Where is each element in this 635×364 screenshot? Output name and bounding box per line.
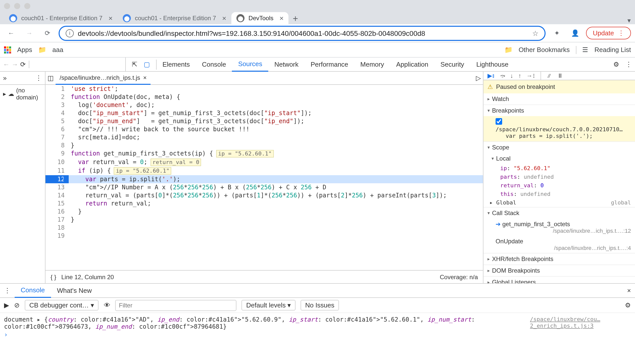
scope-section[interactable]: Scope <box>483 142 635 153</box>
step-icon[interactable]: →⫶ <box>526 72 535 79</box>
new-tab-button[interactable]: + <box>289 14 302 24</box>
breakpoints-section[interactable]: Breakpoints <box>483 105 635 116</box>
apps-link[interactable]: Apps <box>17 46 32 54</box>
browser-tab-2[interactable]: ⬤DevTools× <box>231 12 289 24</box>
nav-fwd[interactable]: → <box>12 61 18 68</box>
panel-tab-lighthouse[interactable]: Lighthouse <box>470 57 515 71</box>
folder-icon: 📁 <box>504 46 512 54</box>
more-icon[interactable]: ⋮ <box>0 287 15 294</box>
expand-icon[interactable]: » <box>3 74 7 82</box>
more-icon[interactable]: ⋮ <box>35 74 42 82</box>
panel-tab-elements[interactable]: Elements <box>156 57 196 71</box>
scope-local[interactable]: Local <box>490 153 635 164</box>
context-select[interactable]: CB debugger cont… ▾ <box>25 300 99 310</box>
panel-tab-application[interactable]: Application <box>390 57 434 71</box>
close-icon[interactable]: × <box>143 74 147 81</box>
star-icon[interactable]: ☆ <box>532 29 539 37</box>
apps-icon[interactable] <box>4 46 11 53</box>
log-levels[interactable]: Default levels ▾ <box>242 300 296 310</box>
callstack-frame[interactable]: ➔ get_numip_first_3_octets/space/linuxbr… <box>483 219 635 236</box>
scope-var[interactable]: this: undefined <box>490 190 635 198</box>
tab-title: DevTools <box>249 15 274 22</box>
reload-button[interactable]: ⟳ <box>40 26 55 40</box>
close-icon[interactable]: × <box>623 287 635 294</box>
run-icon[interactable]: ▷ <box>476 74 481 82</box>
drawer-tab-console[interactable]: Console <box>15 283 51 298</box>
close-icon[interactable]: × <box>280 14 284 22</box>
settings-icon[interactable]: ⚙ <box>610 61 622 68</box>
tab-title: couch01 - Enterprise Edition 7 <box>135 15 216 22</box>
folder-icon: 📁 <box>38 46 46 54</box>
issues-button[interactable]: No Issues <box>301 300 339 310</box>
more-icon[interactable]: ⋮ <box>622 61 635 68</box>
xhr-bp-section[interactable]: XHR/fetch Breakpoints <box>483 253 635 265</box>
code-editor[interactable]: 1'use strict';2function OnUpdate(doc, me… <box>45 85 483 270</box>
info-icon[interactable]: i <box>66 29 74 37</box>
watch-section[interactable]: Watch <box>483 93 635 105</box>
navigator-domain[interactable]: ▸☁(no domain) <box>0 85 45 103</box>
callstack-section[interactable]: Call Stack <box>483 207 635 219</box>
console-log-row[interactable]: document ▸ {country: color:#c41a16">"AD"… <box>4 315 631 331</box>
settings-icon[interactable]: ⚙ <box>625 301 631 309</box>
eye-icon[interactable]: 👁 <box>104 301 110 309</box>
warning-icon: ⚠ <box>487 83 493 90</box>
panel-tab-console[interactable]: Console <box>196 57 232 71</box>
other-bookmarks[interactable]: Other Bookmarks <box>519 46 570 54</box>
profile-icon[interactable]: 👤 <box>568 26 582 40</box>
bookmark-aaa[interactable]: aaa <box>52 46 63 54</box>
log-source-link[interactable]: /space/linuxbrew/cou…2_enrich_ips.t.js:3 <box>530 316 631 330</box>
reading-list-icon: ☰ <box>582 46 588 54</box>
play-icon[interactable]: ▶ <box>4 301 9 309</box>
panel-tab-security[interactable]: Security <box>434 57 470 71</box>
browser-tabstrip: ⬤couch01 - Enterprise Edition 7× ⬤couch0… <box>0 12 635 24</box>
chevron-down-icon[interactable]: ▾ <box>623 17 635 24</box>
console-prompt[interactable] <box>4 331 631 338</box>
address-bar[interactable]: i devtools://devtools/bundled/inspector.… <box>59 25 546 41</box>
panel-tab-memory[interactable]: Memory <box>354 57 390 71</box>
browser-tab-0[interactable]: ⬤couch01 - Enterprise Edition 7× <box>4 12 118 24</box>
clear-console-icon[interactable]: ⊘ <box>14 301 20 309</box>
nav-toggle-icon[interactable]: ◫ <box>47 74 54 82</box>
forward-button[interactable]: → <box>22 26 36 40</box>
step-out-icon[interactable]: ↑ <box>518 72 521 79</box>
extensions-icon[interactable]: ✦ <box>550 26 564 40</box>
reading-list[interactable]: Reading List <box>594 46 631 54</box>
tab-title: couch01 - Enterprise Edition 7 <box>21 15 103 22</box>
coverage-label: Coverage: n/a <box>440 273 478 280</box>
close-icon[interactable]: × <box>109 14 113 22</box>
deactivate-bp-icon[interactable]: ⫽ <box>546 72 552 79</box>
resume-icon[interactable]: ▶⫾ <box>487 72 495 79</box>
step-over-icon[interactable]: ⤼ <box>500 72 505 79</box>
panel-tab-network[interactable]: Network <box>268 57 304 71</box>
pause-exception-icon[interactable]: ⏸ <box>557 72 563 79</box>
file-tab[interactable]: /space/linuxbre…nrich_ips.t.js× <box>56 72 151 85</box>
breakpoint-item[interactable]: /space/linuxbrew/couch.7.0.0.20210710… v… <box>483 116 635 141</box>
callstack-frame[interactable]: OnUpdate/space/linuxbre…rich_ips.t.…:4 <box>483 236 635 253</box>
breakpoint-checkbox[interactable] <box>496 118 502 125</box>
url-text: devtools://devtools/bundled/inspector.ht… <box>78 29 528 37</box>
drawer-tab-whatsnew[interactable]: What's New <box>51 283 98 298</box>
panel-tab-performance[interactable]: Performance <box>305 57 354 71</box>
inspect-element-icon[interactable]: ⇱ <box>130 59 140 69</box>
step-into-icon[interactable]: ↓ <box>510 72 513 79</box>
cursor-position: Line 12, Column 20 <box>61 273 114 280</box>
back-button[interactable]: ← <box>4 26 18 40</box>
filter-input[interactable] <box>115 300 237 311</box>
device-toggle-icon[interactable]: ▢ <box>142 59 152 69</box>
paused-banner: ⚠Paused on breakpoint <box>483 80 635 93</box>
scope-var[interactable]: return_val: 0 <box>490 181 635 190</box>
close-icon[interactable]: × <box>222 14 226 22</box>
scope-var[interactable]: ip: "5.62.60.1" <box>490 164 635 173</box>
scope-var[interactable]: parts: undefined <box>490 173 635 181</box>
browser-tab-1[interactable]: ⬤couch01 - Enterprise Edition 7× <box>118 12 231 24</box>
global-listeners-section[interactable]: Global Listeners <box>483 277 635 283</box>
dom-bp-section[interactable]: DOM Breakpoints <box>483 265 635 276</box>
nav-reload[interactable]: ⟳ <box>20 61 26 68</box>
nav-back[interactable]: ← <box>3 61 10 68</box>
panel-tab-sources[interactable]: Sources <box>232 57 268 71</box>
update-button[interactable]: Update ⋮ <box>586 27 631 39</box>
